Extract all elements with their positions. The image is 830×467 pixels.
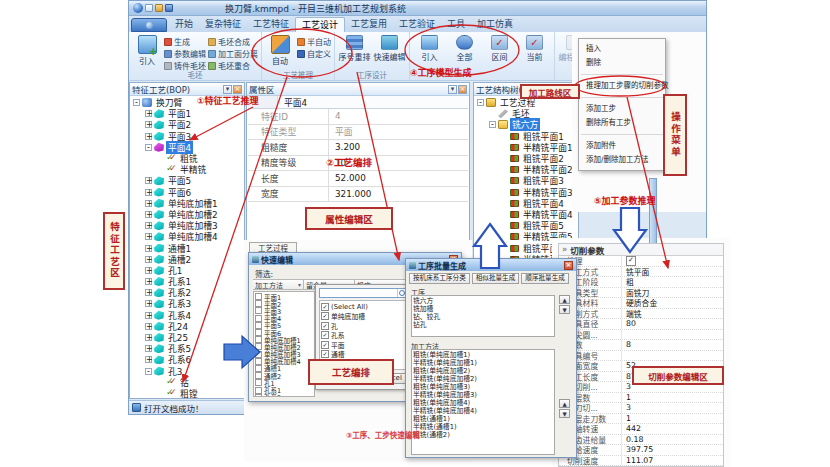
expand-toggle-icon[interactable]: + — [145, 189, 152, 196]
ribbon-button[interactable]: 快速编辑 — [373, 34, 406, 71]
list-item[interactable]: 半精铣(单纯底加槽4) — [413, 407, 553, 415]
ribbon-tab[interactable]: 工艺验证 — [393, 17, 441, 32]
expand-toggle-icon[interactable]: + — [145, 334, 152, 341]
expand-toggle-icon[interactable]: + — [145, 300, 152, 307]
filter-option-checkbox[interactable]: (Select All) — [321, 302, 405, 312]
expand-toggle-icon[interactable]: - — [489, 121, 496, 128]
expand-toggle-icon[interactable]: + — [145, 323, 152, 330]
menu-item[interactable]: 添加工步 — [579, 102, 665, 116]
expand-toggle-icon[interactable]: + — [145, 200, 152, 207]
filter-option-checkbox[interactable]: 孔 — [321, 321, 405, 331]
expand-toggle-icon[interactable]: - — [133, 99, 140, 106]
param-value[interactable] — [621, 351, 723, 361]
menu-item[interactable]: 删除所有工步 — [579, 116, 665, 130]
menu-item[interactable]: 删除 — [579, 56, 665, 70]
filter-option-checkbox[interactable]: 单纯底加槽 — [321, 312, 405, 322]
dialog-title-bar[interactable]: 工序批量生成 × — [406, 259, 576, 271]
filter-option-checkbox[interactable]: 通槽 — [321, 350, 405, 360]
list-item[interactable]: 粗铣(单纯底加槽3) — [413, 383, 553, 391]
param-value[interactable]: 8 — [621, 340, 723, 350]
mode-button[interactable]: 相似批量生成 — [472, 273, 520, 284]
expand-toggle-icon[interactable]: + — [145, 289, 152, 296]
ribbon-small-button[interactable]: 半自动 — [297, 36, 331, 47]
param-value[interactable]: 442 — [621, 424, 723, 434]
list-item[interactable]: 铣六方 — [413, 297, 553, 305]
expand-toggle-icon[interactable]: + — [145, 121, 152, 128]
ribbon-tab[interactable]: 复杂特征 — [199, 17, 247, 32]
param-value[interactable]: 3 — [621, 403, 723, 413]
param-value[interactable]: 硬质合金 — [621, 298, 723, 308]
param-value[interactable]: 铣平面 — [621, 267, 723, 277]
ribbon-tab[interactable]: 工艺设计 — [295, 17, 345, 32]
expand-toggle-icon[interactable]: + — [145, 211, 152, 218]
property-row[interactable]: 特征类型平面 — [248, 125, 468, 141]
property-row[interactable]: 宽度321.000 — [248, 187, 468, 203]
mode-button[interactable]: 顺序批量生成 — [521, 273, 569, 284]
ribbon-tab[interactable]: 开始 — [169, 17, 199, 32]
pin-icon[interactable] — [223, 85, 232, 94]
checklist-item[interactable]: 孔系2 — [255, 394, 313, 397]
param-value[interactable] — [621, 256, 723, 266]
move-down-button[interactable]: ▼ — [559, 305, 570, 314]
param-value[interactable]: 端铣 — [621, 309, 723, 319]
property-value[interactable]: 321.000 — [328, 187, 468, 202]
property-row[interactable]: 长度52.000 — [248, 171, 468, 187]
property-row[interactable]: 粗糙度3.200 — [248, 140, 468, 156]
table-header[interactable]: » 切削参数 — [559, 244, 723, 256]
list-item[interactable]: 粗铣(单纯底加槽1) — [413, 351, 553, 359]
menu-item[interactable]: 添加/删除加工方法 — [579, 153, 665, 167]
ribbon-tab[interactable]: 工艺特征 — [247, 17, 295, 32]
filter-option-checkbox[interactable]: 平面 — [321, 340, 405, 350]
title-bar[interactable]: 换刀臂.kmmpd - 开目三维机加工艺规划系统 — [129, 1, 706, 16]
expand-toggle-icon[interactable]: - — [145, 368, 152, 375]
expand-toggle-icon[interactable]: + — [145, 256, 152, 263]
close-icon[interactable]: × — [564, 261, 573, 270]
tree-item[interactable]: +孔系6 — [131, 354, 243, 365]
param-value[interactable]: 80 — [621, 319, 723, 329]
list-item[interactable]: 半精铣(通槽1) — [413, 423, 553, 431]
ribbon-tab[interactable]: 工艺复用 — [345, 17, 393, 32]
pin-icon[interactable] — [448, 85, 457, 94]
expand-toggle-icon[interactable]: + — [145, 110, 152, 117]
expand-toggle-icon[interactable]: + — [145, 267, 152, 274]
expand-toggle-icon[interactable]: - — [477, 99, 484, 106]
property-value[interactable]: 3.200 — [328, 140, 468, 155]
expand-toggle-icon[interactable]: + — [145, 278, 152, 285]
expand-toggle-icon[interactable]: + — [145, 222, 152, 229]
expand-toggle-icon[interactable]: - — [145, 144, 152, 151]
tree-item[interactable]: +通槽2 — [131, 254, 243, 265]
menu-item[interactable]: 推理加工步骤的切削参数 — [579, 79, 665, 93]
ribbon-small-button[interactable]: 自定义 — [297, 48, 331, 59]
param-value[interactable]: 1 — [621, 393, 723, 403]
list-item[interactable]: 粗铣(单纯底加槽4) — [413, 399, 553, 407]
ribbon-button[interactable]: 区间 — [483, 34, 516, 71]
list-item[interactable]: 半精铣(单纯底加槽2) — [413, 375, 553, 383]
ribbon-tab[interactable]: 加工仿真 — [471, 17, 519, 32]
list-item[interactable]: 铣加槽 — [413, 305, 553, 313]
ribbon-small-button[interactable]: 加工面分离 — [208, 48, 258, 59]
column-header[interactable]: 加工方法▾ — [253, 279, 304, 290]
expand-toggle-icon[interactable]: + — [145, 345, 152, 352]
param-value[interactable]: 1 — [621, 414, 723, 424]
param-value[interactable]: 0.18 — [621, 435, 723, 445]
open-folder-icon[interactable] — [155, 4, 163, 12]
list-item[interactable]: 钻孔 — [413, 321, 553, 329]
menu-item[interactable]: 插入 — [579, 42, 665, 56]
param-value[interactable] — [621, 330, 723, 340]
collapse-chevron-icon[interactable]: » — [562, 245, 567, 254]
property-row[interactable]: 特征ID4 — [248, 109, 468, 125]
list-item[interactable]: 粗铣(单纯底加槽2) — [413, 367, 553, 375]
param-value[interactable]: 面铣刀 — [621, 288, 723, 298]
chevron-down-icon[interactable]: ▾ — [298, 281, 301, 288]
property-value[interactable]: 52.000 — [328, 171, 468, 186]
close-icon[interactable] — [458, 85, 467, 94]
property-value[interactable]: 平面 — [328, 125, 468, 140]
param-value[interactable]: 粗 — [621, 277, 723, 287]
search-input[interactable] — [319, 288, 407, 298]
expand-toggle-icon[interactable]: + — [145, 356, 152, 363]
move-down-button[interactable]: ▼ — [559, 409, 570, 418]
mode-button[interactable]: 按机床系工序分类 — [409, 273, 470, 284]
param-value[interactable]: 397.75 — [621, 445, 723, 455]
list-item[interactable]: 半精铣(单纯底加槽3) — [413, 391, 553, 399]
move-up-button[interactable]: ▲ — [559, 399, 570, 408]
